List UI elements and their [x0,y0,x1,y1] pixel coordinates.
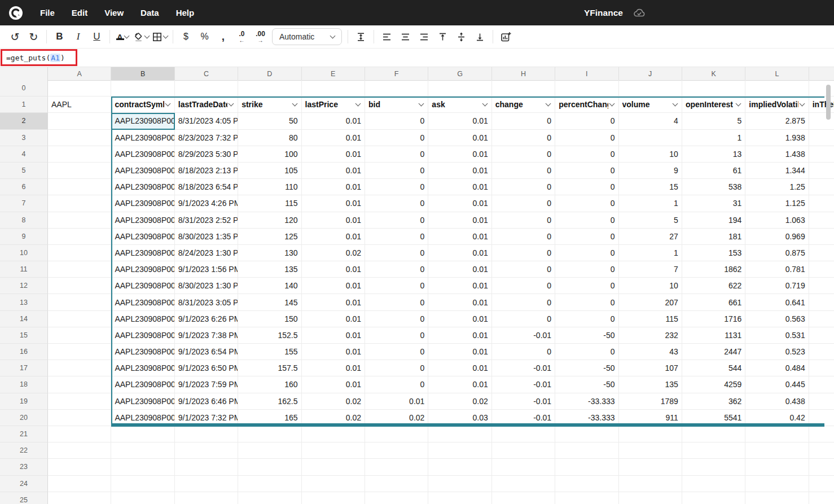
cell[interactable]: AAPL230908P00165000 [111,410,174,426]
cell[interactable]: 110 [238,179,301,195]
cell[interactable]: 0 [492,311,555,327]
formula-input[interactable]: =get_puts(A1) [1,49,77,66]
cell[interactable]: 8/30/2023 1:35 PM [175,229,238,245]
cell[interactable]: 8/31/2023 3:05 PM [175,294,238,310]
cell[interactable]: 0.969 [745,229,809,245]
cell[interactable] [238,442,301,459]
column-header-C[interactable]: C [175,67,238,81]
cell[interactable] [111,492,174,504]
column-header-D[interactable]: D [238,67,301,81]
cell[interactable]: 0 [555,229,618,245]
cell[interactable]: 0.01 [428,261,491,278]
cell[interactable]: 100 [238,146,301,163]
cell[interactable]: AAPL230908P00130000 [111,245,174,261]
cell[interactable]: -0.01 [492,360,555,376]
undo-button[interactable]: ↺ [6,28,24,45]
cell[interactable] [111,459,174,475]
cell[interactable]: 4 [619,113,682,129]
cell[interactable] [809,229,834,245]
column-header-A[interactable]: A [48,67,111,81]
cell[interactable] [428,426,491,442]
cell[interactable] [555,492,618,504]
cell[interactable] [619,476,682,492]
cell[interactable]: 0.563 [745,311,809,327]
cell[interactable] [809,476,834,492]
cell[interactable] [619,459,682,475]
cell[interactable]: 0.445 [745,376,809,393]
cell[interactable]: 0 [555,245,618,261]
cell[interactable] [809,130,834,146]
cell[interactable] [302,476,365,492]
cell[interactable]: AAPL230908P00145000 [111,294,174,310]
cell[interactable]: 120 [238,212,301,229]
underline-button[interactable]: U [87,28,106,45]
row-header-0[interactable]: 0 [0,80,48,97]
cell[interactable]: 207 [619,294,682,310]
cell[interactable]: 8/31/2023 2:52 PM [175,212,238,229]
cell[interactable]: 0.01 [302,179,365,195]
cell[interactable] [619,130,682,146]
insert-chart-button[interactable] [497,28,515,45]
cell[interactable] [809,294,834,310]
cell[interactable] [48,327,111,344]
table-header-cell[interactable]: impliedVolatility [745,97,809,113]
cell[interactable]: AAPL230908P00105000 [111,163,174,179]
cell[interactable] [48,376,111,393]
cell[interactable]: 0.01 [302,294,365,310]
row-header-24[interactable]: 24 [0,476,48,492]
cell[interactable] [48,278,111,294]
cell[interactable]: 8/31/2023 4:05 PM [175,113,238,129]
cell[interactable] [111,476,174,492]
cell[interactable] [175,492,238,504]
cell[interactable] [555,426,618,442]
cell[interactable] [111,442,174,459]
cell[interactable]: 0.01 [428,344,491,360]
cell[interactable]: 0.01 [365,393,428,410]
cell[interactable] [48,410,111,426]
cell[interactable]: 0.01 [302,311,365,327]
cell[interactable] [619,442,682,459]
cell[interactable]: AAPL230908P00157500 [111,360,174,376]
row-header-23[interactable]: 23 [0,459,48,475]
cell[interactable] [48,459,111,475]
cell[interactable] [682,426,745,442]
table-header-cell[interactable]: contractSymbol [111,97,174,113]
format-currency-button[interactable]: $ [177,28,195,45]
cell[interactable]: 911 [619,410,682,426]
cell[interactable]: 153 [682,245,745,261]
cell[interactable]: 0.719 [745,278,809,294]
chevron-down-icon[interactable] [609,100,614,106]
column-header-K[interactable]: K [682,67,745,81]
cell[interactable]: 0 [555,294,618,310]
menu-item-data[interactable]: Data [141,8,159,17]
cell[interactable] [619,80,682,97]
bold-button[interactable]: B [50,28,69,45]
cell[interactable]: 5 [619,212,682,229]
table-header-cell[interactable]: ask [428,97,491,113]
text-wrap-button[interactable] [352,28,370,45]
cell[interactable]: 0.531 [745,327,809,344]
cell[interactable]: 0.438 [745,393,809,410]
cell[interactable]: 0.01 [428,229,491,245]
cell[interactable]: -0.01 [492,410,555,426]
cell[interactable] [555,442,618,459]
row-header-13[interactable]: 13 [0,294,48,310]
format-comma-button[interactable]: , [214,28,232,45]
cell[interactable] [428,442,491,459]
cell[interactable] [682,492,745,504]
row-header-15[interactable]: 15 [0,327,48,344]
cell[interactable] [365,459,428,475]
cell[interactable]: AAPL230908P00110000 [111,179,174,195]
chevron-down-icon[interactable] [355,100,361,106]
redo-button[interactable]: ↻ [24,28,43,45]
cell[interactable]: 0 [555,212,618,229]
cell[interactable]: 0 [492,113,555,129]
cell[interactable]: -33.333 [555,410,618,426]
row-header-9[interactable]: 9 [0,229,48,245]
cell[interactable] [48,146,111,163]
cell[interactable] [809,327,834,344]
cell[interactable] [809,195,834,212]
table-header-cell[interactable]: lastPrice [302,97,365,113]
cell[interactable] [48,195,111,212]
cell[interactable]: 0.01 [302,360,365,376]
